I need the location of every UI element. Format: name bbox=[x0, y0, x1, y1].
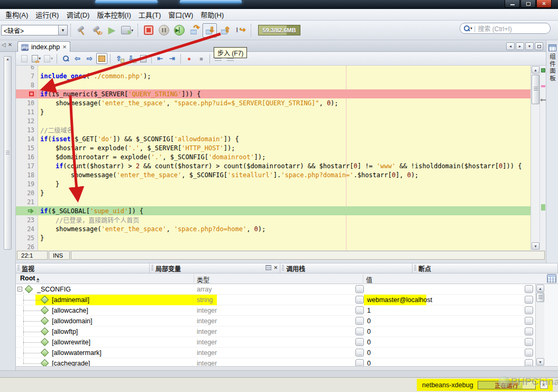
shift-left-button[interactable]: ⇤ bbox=[154, 53, 166, 64]
variable-row[interactable]: [allowrewrite]integer...0... bbox=[16, 337, 535, 348]
debug-progress-bar[interactable]: 正在运行 bbox=[478, 381, 536, 389]
chevron-down-icon[interactable]: ▼ bbox=[58, 25, 67, 35]
menu-item[interactable]: 运行(R) bbox=[32, 8, 62, 21]
gutter-line[interactable] bbox=[16, 206, 38, 215]
menu-item[interactable]: 帮助(H) bbox=[197, 8, 227, 21]
edit-value-button[interactable]: ... bbox=[355, 296, 364, 304]
show-value-button[interactable]: ... bbox=[525, 285, 533, 293]
continue-button[interactable]: ▶▏ bbox=[172, 23, 186, 38]
clean-build-button[interactable]: ↻ bbox=[89, 23, 104, 38]
gutter-line[interactable]: 19 bbox=[16, 179, 38, 188]
expand-collapse-toggle[interactable]: − bbox=[17, 287, 22, 291]
finish-debugger-button[interactable] bbox=[141, 23, 155, 38]
column-value[interactable]: 值 bbox=[366, 275, 372, 284]
code-editor[interactable]: 67810111213141516171819202123242526 incl… bbox=[16, 66, 546, 250]
menu-item[interactable]: 工具(T) bbox=[135, 8, 165, 21]
run-to-cursor-button[interactable]: ↪I bbox=[233, 23, 248, 38]
start-macro-button[interactable]: ● bbox=[184, 53, 195, 64]
build-button[interactable] bbox=[74, 23, 88, 38]
splitter-grip[interactable] bbox=[6, 151, 10, 155]
edit-value-button[interactable]: ... bbox=[355, 359, 364, 366]
variable-row[interactable]: [adminemail]string...webmaster@localhost… bbox=[16, 295, 535, 305]
show-value-button[interactable]: ... bbox=[525, 349, 533, 357]
insert-mode[interactable]: INS bbox=[49, 251, 70, 260]
variable-row[interactable]: [allowwatermark]integer...0... bbox=[16, 348, 535, 358]
close-panel-icon[interactable]: ✕ bbox=[8, 41, 12, 51]
variable-row[interactable]: [cachegrade]integer...0... bbox=[16, 358, 535, 366]
debug-project-button[interactable]: ▾ bbox=[120, 23, 134, 38]
back-to-last-edit-button[interactable]: ▾ bbox=[31, 53, 42, 64]
edit-value-button[interactable]: ... bbox=[355, 338, 364, 346]
breakpoint-stripe-mark[interactable] bbox=[541, 85, 545, 87]
run-project-button[interactable]: ▶ bbox=[105, 23, 119, 38]
gutter-line[interactable]: 23 bbox=[16, 215, 38, 224]
menu-item[interactable]: 重构(A) bbox=[2, 8, 32, 21]
tab-list-button[interactable]: ▾ bbox=[525, 42, 534, 50]
tab-call-stack[interactable]: 调用栈 bbox=[280, 263, 413, 274]
gutter-line[interactable]: 13 bbox=[16, 125, 38, 134]
edit-value-button[interactable]: ... bbox=[355, 306, 364, 314]
gutter-line[interactable]: 10 bbox=[16, 98, 38, 107]
tab-close-icon[interactable]: ✕ bbox=[62, 44, 67, 50]
gutter-line[interactable]: 17 bbox=[16, 161, 38, 170]
jump-forward-button[interactable]: ⇨ bbox=[84, 53, 95, 64]
show-value-button[interactable]: ... bbox=[525, 306, 533, 314]
gutter-line[interactable]: 18 bbox=[16, 170, 38, 179]
scroll-up-button[interactable]: ▲ bbox=[536, 285, 544, 292]
gutter-line[interactable]: 21 bbox=[16, 197, 38, 206]
scroll-tabs-left-button[interactable]: ◂ bbox=[506, 42, 515, 50]
stop-macro-button[interactable]: ■ bbox=[196, 53, 207, 64]
chevron-down-icon[interactable]: ▾ bbox=[470, 26, 472, 31]
close-button[interactable]: ✕ bbox=[536, 0, 552, 8]
toggle-highlight-button[interactable] bbox=[96, 53, 107, 64]
find-selection-button[interactable] bbox=[60, 53, 71, 64]
show-value-button[interactable]: ... bbox=[525, 338, 533, 346]
filter-icon[interactable] bbox=[266, 265, 271, 270]
previous-bookmark-button[interactable]: ⇧ bbox=[113, 53, 124, 64]
last-edit-button[interactable] bbox=[19, 53, 30, 64]
variable-row[interactable]: [allowcache]integer...1... bbox=[16, 305, 535, 316]
gutter-line[interactable]: 11 bbox=[16, 107, 38, 116]
variables-scrollbar[interactable]: ▲ ▼ bbox=[535, 284, 544, 366]
next-bookmark-button[interactable]: ⇩ bbox=[125, 53, 136, 64]
show-value-button[interactable]: ... bbox=[525, 359, 533, 366]
variables-table[interactable]: −_SCONFIGarray......[adminemail]string..… bbox=[16, 284, 535, 366]
gutter-line[interactable]: 15 bbox=[16, 143, 38, 152]
scroll-down-button[interactable]: ▼ bbox=[532, 242, 539, 250]
caret-stripe-mark[interactable] bbox=[541, 99, 546, 101]
gutter-line[interactable]: 25 bbox=[16, 233, 38, 242]
scrollbar-thumb[interactable] bbox=[536, 293, 544, 302]
edit-value-button[interactable]: ... bbox=[355, 327, 364, 335]
variable-row[interactable]: −_SCONFIGarray...... bbox=[16, 284, 535, 295]
column-root[interactable]: Root▴ bbox=[20, 275, 39, 282]
gutter-line[interactable] bbox=[16, 89, 38, 98]
variable-row[interactable]: [allowftp]integer...0... bbox=[16, 326, 535, 337]
gutter-line[interactable]: 8 bbox=[16, 80, 38, 89]
config-combo[interactable]: <缺省> ▼ bbox=[1, 25, 68, 35]
show-value-button[interactable]: ... bbox=[525, 327, 533, 335]
close-panel-icon[interactable]: ✕ bbox=[273, 265, 278, 270]
cancel-progress-icon[interactable]: ✕ bbox=[540, 381, 548, 389]
code-area[interactable]: include_once('./common.php');if(is_numer… bbox=[38, 66, 530, 250]
tab-index-php[interactable]: php index.php ✕ bbox=[17, 41, 70, 52]
scroll-tabs-right-button[interactable]: ▸ bbox=[516, 42, 524, 50]
column-type[interactable]: 类型 bbox=[197, 275, 209, 284]
menu-item[interactable]: 调试(D) bbox=[62, 8, 93, 21]
scroll-down-button[interactable]: ▼ bbox=[536, 358, 544, 366]
scroll-up-icon[interactable]: ▲ bbox=[5, 57, 11, 62]
show-value-button[interactable]: ... bbox=[525, 296, 533, 304]
tab-local-variables[interactable]: 局部变量 ✕ bbox=[150, 263, 280, 274]
editor-vertical-scrollbar[interactable]: ▲ ▼ bbox=[530, 66, 539, 250]
edit-value-button[interactable]: ... bbox=[355, 285, 364, 293]
step-over-button[interactable]: ↷ bbox=[187, 23, 202, 38]
maximize-editor-button[interactable] bbox=[535, 42, 543, 50]
gutter-line[interactable]: 24 bbox=[16, 224, 38, 233]
current-line-stripe-mark[interactable] bbox=[541, 204, 545, 211]
gutter-line[interactable]: 14 bbox=[16, 134, 38, 143]
show-value-button[interactable]: ... bbox=[525, 317, 533, 325]
gutter-line[interactable]: 20 bbox=[16, 188, 38, 197]
breakpoint-icon[interactable] bbox=[29, 92, 34, 96]
vertical-splitter[interactable]: ▲ bbox=[4, 56, 12, 250]
edit-value-button[interactable]: ... bbox=[355, 317, 364, 325]
scrollbar-thumb[interactable] bbox=[532, 75, 539, 104]
